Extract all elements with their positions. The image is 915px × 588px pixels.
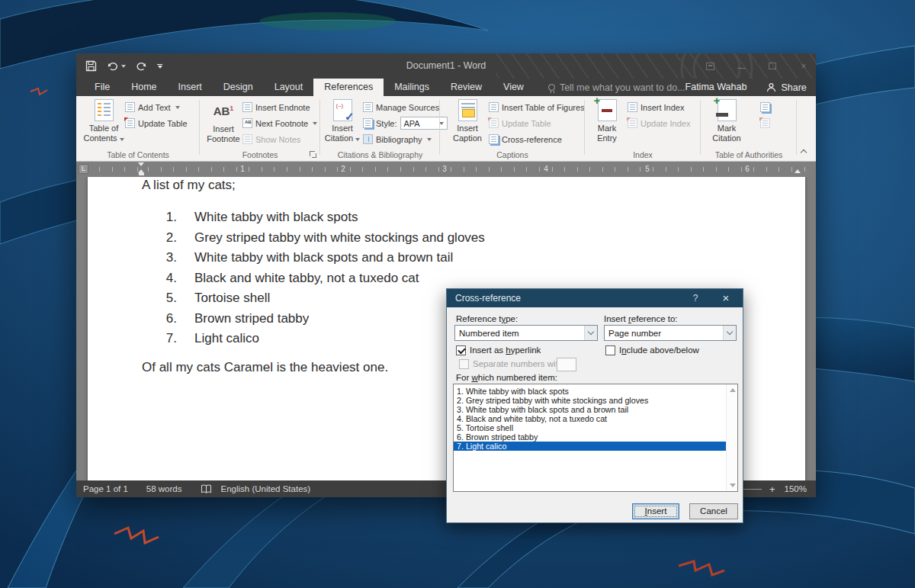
- quick-access-toolbar: [85, 53, 162, 79]
- paragraph: A list of my cats;: [142, 178, 236, 193]
- numbered-item-listbox[interactable]: 1. White tabby with black spots 2. Grey …: [453, 384, 738, 492]
- bibliography-button[interactable]: Bibliography: [363, 133, 432, 146]
- proofing-status-icon[interactable]: [201, 484, 212, 494]
- ribbon-display-options-icon[interactable]: [706, 63, 714, 70]
- zoom-level[interactable]: 150%: [785, 484, 807, 493]
- tab-review[interactable]: Review: [440, 79, 493, 96]
- insert-reference-to-dropdown[interactable]: Page number: [604, 325, 737, 341]
- add-text-button[interactable]: Add Text: [125, 101, 180, 114]
- dropdown-arrow-icon[interactable]: [584, 326, 597, 340]
- tab-design[interactable]: Design: [213, 79, 264, 96]
- listbox-item[interactable]: 2. Grey striped tabby with white stockin…: [454, 396, 726, 405]
- update-table-button[interactable]: Update Table: [125, 117, 188, 130]
- help-icon[interactable]: ?: [688, 289, 703, 307]
- scroll-up-icon[interactable]: [730, 388, 736, 392]
- first-line-indent-marker[interactable]: [138, 162, 144, 166]
- group-label: Index: [585, 150, 701, 159]
- tab-file[interactable]: File: [84, 79, 120, 96]
- window-controls: ×: [706, 53, 808, 79]
- list-item: 7.Light calico: [142, 329, 485, 349]
- save-icon[interactable]: [85, 60, 97, 72]
- zoom-in-icon[interactable]: +: [769, 484, 775, 495]
- insert-caption-button[interactable]: Insert Caption: [448, 99, 487, 143]
- close-icon[interactable]: ×: [715, 289, 737, 307]
- right-indent-marker[interactable]: [795, 169, 801, 173]
- ruler-mark: 2: [341, 165, 345, 173]
- mark-entry-button[interactable]: Mark Entry: [589, 99, 624, 143]
- insert-as-hyperlink-checkbox[interactable]: [456, 345, 466, 355]
- group-citations-bibliography: Insert Citation Manage Sources Style: AP…: [320, 96, 440, 162]
- group-label: Footnotes: [200, 150, 320, 159]
- page-indicator[interactable]: Page 1 of 1: [83, 484, 128, 493]
- minimize-icon[interactable]: [737, 63, 746, 69]
- ruler-mark: 3: [442, 165, 447, 173]
- share-button[interactable]: Share: [766, 79, 806, 96]
- cancel-button[interactable]: Cancel: [689, 503, 738, 519]
- dialog-title: Cross-reference: [455, 293, 521, 304]
- include-above-below-checkbox[interactable]: [605, 345, 615, 355]
- collapse-ribbon-icon[interactable]: [801, 149, 807, 155]
- separate-numbers-label: Separate numbers with: [473, 359, 563, 368]
- language-indicator[interactable]: English (United States): [221, 484, 311, 493]
- undo-icon[interactable]: [107, 61, 126, 72]
- tab-references[interactable]: References: [313, 79, 384, 96]
- list-item: 5.Tortoise shell: [142, 288, 485, 309]
- insert-index-icon: [628, 102, 637, 112]
- insert-table-of-figures-button[interactable]: Insert Table of Figures: [489, 101, 585, 114]
- list-item: 6.Brown striped tabby: [142, 309, 485, 329]
- cross-reference-button[interactable]: Cross-reference: [489, 133, 562, 146]
- footnotes-dialog-launcher-icon[interactable]: [310, 151, 317, 159]
- manage-sources-button[interactable]: Manage Sources: [363, 101, 439, 114]
- listbox-item[interactable]: 3. White tabby with black spots and a br…: [454, 405, 726, 414]
- close-icon[interactable]: ×: [799, 62, 808, 71]
- insert-table-of-authorities-button[interactable]: [760, 101, 770, 114]
- insert-footnote-button[interactable]: AB1 Insert Footnote: [204, 99, 242, 143]
- insert-citation-button[interactable]: Insert Citation: [323, 99, 361, 143]
- left-indent-marker[interactable]: [139, 173, 144, 175]
- listbox-item[interactable]: 6. Brown striped tabby: [454, 432, 726, 442]
- group-label: Captions: [440, 150, 585, 159]
- insert-endnote-button[interactable]: Insert Endnote: [242, 101, 310, 114]
- reference-type-dropdown[interactable]: Numbered item: [454, 325, 598, 341]
- group-table-of-contents: Table of Contents Add Text Update Table …: [76, 96, 200, 162]
- mark-citation-button[interactable]: Mark Citation: [707, 99, 746, 143]
- tab-view[interactable]: View: [493, 79, 535, 96]
- lightbulb-icon: [548, 84, 555, 91]
- for-which-numbered-item-label: For which numbered item:: [456, 373, 557, 382]
- listbox-item[interactable]: 1. White tabby with black spots: [454, 387, 726, 396]
- tab-mailings[interactable]: Mailings: [384, 79, 440, 96]
- ribbon: Table of Contents Add Text Update Table …: [76, 96, 816, 162]
- listbox-item-selected[interactable]: 7. Light calico: [454, 442, 726, 451]
- tell-me-text: Tell me what you want to do...: [560, 82, 685, 93]
- insert-endnote-icon: [242, 102, 252, 112]
- dropdown-arrow-icon: [120, 138, 124, 141]
- mark-citation-icon: [718, 99, 737, 121]
- listbox-scrollbar[interactable]: [726, 384, 737, 491]
- listbox-item[interactable]: 5. Tortoise shell: [454, 423, 726, 432]
- insert-index-button[interactable]: Insert Index: [628, 101, 684, 114]
- dropdown-arrow-icon: [355, 138, 360, 141]
- group-label: Table of Authorities: [701, 150, 797, 159]
- tab-insert[interactable]: Insert: [168, 79, 213, 96]
- separate-numbers-checkbox: [459, 359, 469, 369]
- next-footnote-button[interactable]: Next Footnote: [242, 117, 317, 130]
- footnote-ab1-icon: AB1: [214, 101, 234, 118]
- tab-layout[interactable]: Layout: [264, 79, 314, 96]
- maximize-icon[interactable]: [769, 63, 776, 69]
- redo-icon[interactable]: [136, 61, 147, 72]
- reference-type-label: Reference type:: [456, 314, 518, 323]
- scroll-down-icon[interactable]: [730, 484, 736, 487]
- tell-me-box[interactable]: Tell me what you want to do...: [548, 79, 685, 96]
- customize-quick-access-icon[interactable]: [157, 64, 162, 69]
- insert-button[interactable]: Insert: [632, 503, 679, 519]
- undo-dropdown-icon[interactable]: [121, 65, 126, 68]
- tab-home[interactable]: Home: [120, 79, 167, 96]
- listbox-item[interactable]: 4. Black and white tabby, not a tuxedo c…: [454, 414, 726, 423]
- word-count[interactable]: 58 words: [146, 484, 182, 493]
- next-footnote-icon: [242, 118, 252, 128]
- ruler-mark: 6: [745, 165, 750, 173]
- table-of-contents-button[interactable]: Table of Contents: [82, 99, 125, 143]
- separate-numbers-input: [557, 358, 576, 371]
- desktop: Document1 - Word × File Home Insert Desi…: [0, 0, 915, 588]
- dropdown-arrow-icon[interactable]: [723, 326, 736, 340]
